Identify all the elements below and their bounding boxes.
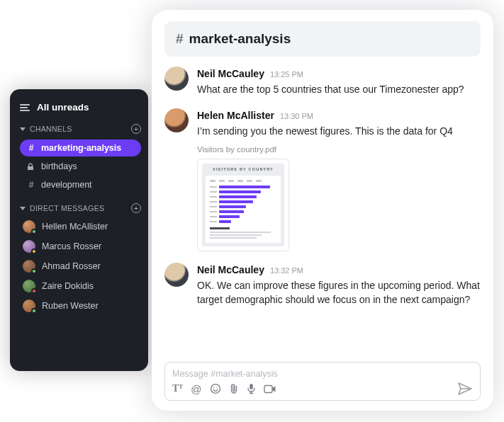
chart-thumbnail: [206, 176, 281, 243]
attachment-card[interactable]: VISITORS BY COUNTRY: [197, 159, 289, 251]
emoji-icon[interactable]: [210, 383, 221, 394]
video-icon[interactable]: [264, 384, 276, 394]
message-author: Neil McCauley: [197, 67, 264, 81]
chevron-down-icon: [20, 127, 26, 131]
channel-label: birthdays: [41, 161, 77, 171]
channels-section-label: CHANNELS: [30, 125, 72, 133]
dm-name: Hellen McAllister: [42, 222, 108, 232]
format-icon[interactable]: TT: [172, 383, 183, 394]
channel-list: # marketing-analysis birthdays # develop…: [20, 139, 141, 193]
chat-header[interactable]: # market-analysis: [164, 21, 481, 57]
dm-name: Zaire Dokidis: [42, 281, 94, 291]
channels-section-header[interactable]: CHANNELS +: [20, 124, 141, 134]
channel-label: development: [41, 180, 92, 190]
list-icon: [20, 104, 30, 111]
message-input[interactable]: [172, 367, 473, 382]
dm-item[interactable]: Zaire Dokidis: [20, 278, 141, 294]
dm-list: Hellen McAllister Marcus Rosser Ahmad Ro…: [20, 219, 141, 314]
message: Helen McAllister 13:30 PM I’m sending yo…: [164, 108, 481, 251]
sidebar-channel-development[interactable]: # development: [20, 176, 141, 193]
add-dm-button[interactable]: +: [131, 203, 141, 213]
avatar: [23, 280, 35, 292]
avatar: [23, 260, 35, 273]
avatar: [23, 240, 35, 253]
avatar: [23, 300, 35, 312]
svg-rect-4: [264, 385, 272, 392]
sidebar-channel-birthdays[interactable]: birthdays: [20, 158, 141, 175]
send-button[interactable]: [457, 382, 473, 396]
dm-item[interactable]: Hellen McAllister: [20, 219, 141, 234]
message-time: 13:32 PM: [270, 266, 303, 277]
hash-icon: #: [176, 31, 184, 47]
message-time: 13:30 PM: [280, 111, 313, 122]
avatar: [164, 108, 189, 132]
dm-item[interactable]: Ahmad Rosser: [20, 258, 141, 274]
svg-point-2: [216, 387, 217, 388]
sidebar-channel-marketing-analysis[interactable]: # marketing-analysis: [20, 139, 141, 156]
hash-icon: #: [27, 143, 35, 153]
add-channel-button[interactable]: +: [131, 124, 141, 134]
message-list: Neil McCauley 13:25 PM What are the top …: [164, 67, 481, 362]
all-unreads[interactable]: All unreads: [20, 102, 141, 113]
dm-item[interactable]: Marcus Rosser: [20, 239, 141, 254]
svg-point-1: [213, 387, 214, 388]
message-author: Neil McCauley: [197, 263, 264, 277]
dm-name: Ruben Wester: [42, 301, 99, 311]
mic-icon[interactable]: [247, 383, 256, 394]
attachment-title: VISITORS BY COUNTRY: [206, 167, 281, 173]
chevron-down-icon: [20, 207, 26, 210]
svg-rect-3: [250, 384, 253, 389]
sidebar: All unreads CHANNELS + # marketing-analy…: [10, 89, 148, 371]
message-time: 13:25 PM: [270, 69, 303, 81]
avatar: [164, 67, 189, 91]
dm-name: Marcus Rosser: [42, 241, 101, 251]
attachment-filename: Visitors by country.pdf: [197, 144, 481, 156]
message-text: OK. We can improve these figures in the …: [197, 278, 481, 307]
message: Neil McCauley 13:25 PM What are the top …: [164, 67, 481, 97]
lock-icon: [27, 163, 35, 171]
presence-icon: [31, 308, 37, 314]
channel-title: market-analysis: [189, 31, 291, 47]
svg-point-0: [211, 384, 220, 394]
dm-name: Ahmad Rosser: [42, 261, 101, 271]
message: Neil McCauley 13:32 PM OK. We can improv…: [164, 263, 481, 307]
presence-icon: [31, 268, 37, 274]
hash-icon: #: [27, 180, 35, 190]
presence-icon: [31, 288, 37, 294]
avatar: [23, 220, 35, 233]
chat-panel: # market-analysis Neil McCauley 13:25 PM…: [152, 10, 493, 411]
chart-bars: [210, 186, 276, 223]
attach-icon[interactable]: [229, 383, 239, 394]
dms-section-label: DIRECT MESSAGES: [30, 204, 104, 212]
presence-icon: [31, 229, 37, 234]
mention-icon[interactable]: @: [191, 383, 201, 395]
avatar: [164, 263, 189, 287]
message-composer: TT @: [164, 362, 481, 401]
message-text: I’m sending you the newest figures. This…: [197, 124, 481, 138]
dm-item[interactable]: Ruben Wester: [20, 298, 141, 314]
message-text: What are the top 5 countries that use ou…: [197, 82, 481, 96]
dms-section-header[interactable]: DIRECT MESSAGES +: [20, 203, 141, 213]
channel-label: marketing-analysis: [41, 143, 121, 153]
presence-icon: [31, 249, 37, 254]
message-author: Helen McAllister: [197, 108, 274, 122]
all-unreads-label: All unreads: [37, 102, 89, 113]
